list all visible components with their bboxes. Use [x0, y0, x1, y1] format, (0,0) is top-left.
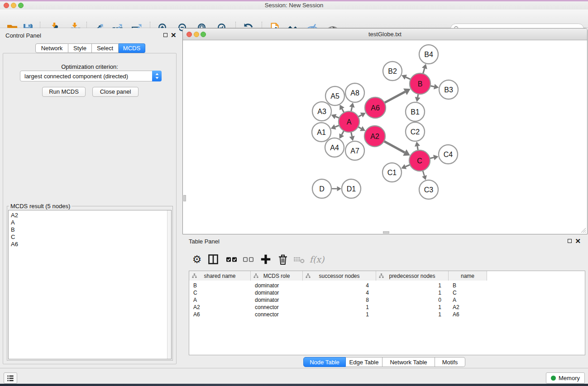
network-graph-canvas[interactable]: B4B2BB3A8A5A6B1A3AA1C2A2A4A7C4CC1C3DD1	[183, 40, 587, 234]
graph-node-label: C4	[444, 151, 453, 158]
edge-B-B3	[430, 86, 435, 87]
desktop-background-bottom	[0, 384, 588, 386]
app-title: Session: New Session	[0, 1, 588, 10]
graph-node-label: B1	[411, 108, 420, 116]
mcds-result-item[interactable]: A6	[9, 241, 167, 248]
tab-node-table[interactable]: Node Table	[303, 357, 346, 367]
table-row[interactable]: Bdominator41B	[189, 282, 585, 289]
graph-node-label: A3	[317, 108, 326, 115]
mcds-result-item[interactable]: A	[9, 219, 167, 226]
deselect-all-icon[interactable]	[242, 253, 255, 266]
arrowhead-icon	[349, 103, 355, 108]
columns-icon[interactable]	[207, 253, 220, 266]
close-table-panel-icon[interactable]: ✕	[575, 238, 581, 244]
table-cell: connector	[251, 311, 303, 318]
network-window-title: testGlobe.txt	[183, 29, 587, 40]
graph-node-label: D	[319, 185, 325, 193]
column-header-shared-name[interactable]: shared name	[189, 271, 251, 281]
mcds-result-box: MCDS result (5 nodes) A2ABCA6	[7, 206, 173, 361]
node-table-header: shared nameMCDS rolesuccessor nodesprede…	[189, 271, 487, 281]
task-history-button[interactable]	[4, 372, 17, 384]
table-cell: 4	[303, 282, 376, 289]
graph-node-label: A7	[350, 147, 359, 155]
list-icon	[6, 374, 15, 383]
tab-mcds[interactable]: MCDS	[119, 43, 145, 53]
mcds-result-scrollbar[interactable]	[167, 210, 171, 359]
edge-C-C3	[423, 171, 425, 176]
graph-node-label: B2	[388, 67, 397, 75]
tab-motifs[interactable]: Motifs	[435, 357, 465, 367]
mcds-tab-content: Optimization criterion: largest connecte…	[3, 53, 177, 364]
graph-node-label: C3	[424, 186, 434, 194]
tab-network-table[interactable]: Network Table	[382, 357, 435, 367]
table-cell: dominator	[251, 296, 303, 304]
gear-icon[interactable]: ⚙	[191, 253, 203, 266]
table-cell: 0	[376, 296, 449, 304]
run-mcds-button[interactable]: Run MCDS	[42, 87, 86, 97]
resize-grip-icon[interactable]	[580, 227, 586, 233]
arrowhead-icon	[422, 64, 427, 69]
edge-A2-C	[384, 141, 405, 152]
dropdown-stepper-icon[interactable]	[152, 71, 162, 81]
table-panel-title: Table Panel	[189, 238, 220, 245]
graph-node-label: A4	[330, 144, 339, 152]
column-header-label: shared name	[204, 273, 235, 279]
graph-node-label: D1	[347, 185, 356, 193]
float-panel-icon[interactable]	[163, 33, 167, 37]
mcds-result-item[interactable]: B	[9, 226, 167, 234]
table-cell: 8	[303, 296, 376, 304]
mcds-result-item[interactable]: A2	[9, 212, 167, 219]
dropdown-value: largest connected component (directed)	[24, 71, 128, 82]
tab-style[interactable]: Style	[68, 43, 92, 53]
close-panel-button[interactable]: Close panel	[92, 87, 139, 97]
tab-network[interactable]: Network	[35, 43, 68, 53]
graph-node-label: A6	[371, 104, 380, 112]
table-cell: 4	[303, 289, 376, 296]
arrowhead-icon	[434, 84, 439, 89]
table-cell: 1	[303, 311, 376, 318]
column-header-label: MCDS role	[263, 273, 290, 279]
column-header-MCDS-role[interactable]: MCDS role	[251, 271, 303, 281]
plus-icon[interactable]	[259, 253, 272, 266]
table-row[interactable]: A6connector11A6	[189, 311, 585, 318]
vertical-scroll-thumb[interactable]	[183, 195, 186, 201]
table-cell: C	[449, 289, 487, 296]
table-cell: connector	[251, 304, 303, 311]
node-table-rows: Bdominator41BCdominator41CAdominator80AA…	[189, 282, 585, 318]
tab-select[interactable]: Select	[92, 43, 119, 53]
table-row[interactable]: Adominator80A	[189, 296, 585, 304]
graph-node-label: A8	[350, 89, 359, 97]
network-window-titlebar: testGlobe.txt	[183, 29, 587, 40]
mcds-result-item[interactable]: C	[9, 234, 167, 241]
memory-status-icon	[551, 376, 556, 381]
close-panel-icon[interactable]: ✕	[171, 33, 177, 38]
memory-button[interactable]: Memory	[546, 372, 585, 384]
arrowhead-icon	[337, 186, 341, 191]
select-all-icon[interactable]	[225, 253, 238, 266]
column-header-name[interactable]: name	[449, 271, 487, 281]
table-cell: 1	[376, 282, 449, 289]
column-header-label: successor nodes	[319, 273, 359, 279]
table-cell: 1	[376, 311, 449, 318]
column-header-label: name	[461, 273, 474, 279]
tab-edge-table[interactable]: Edge Table	[346, 357, 382, 367]
column-header-successor-nodes[interactable]: successor nodes	[303, 271, 376, 281]
float-table-panel-icon[interactable]	[568, 239, 572, 243]
table-row[interactable]: A2connector11A2	[189, 304, 585, 311]
optimization-criterion-dropdown[interactable]: largest connected component (directed)	[20, 71, 162, 81]
graph-node-label: A5	[330, 92, 339, 100]
horizontal-scroll-thumb[interactable]	[383, 231, 389, 234]
table-cell: A2	[449, 304, 487, 311]
table-row[interactable]: Cdominator41C	[189, 289, 585, 296]
arrowhead-icon	[433, 155, 439, 160]
arrowhead-icon	[349, 136, 355, 141]
control-panel-title: Control Panel	[5, 32, 41, 39]
status-bar: Memory	[0, 368, 588, 384]
edge-C-C2	[417, 146, 418, 150]
table-cell: 1	[376, 289, 449, 296]
delete-column-icon	[293, 253, 306, 266]
mcds-result-list[interactable]: A2ABCA6	[8, 210, 172, 359]
memory-label: Memory	[559, 375, 580, 381]
column-header-predecessor-nodes[interactable]: predecessor nodes	[376, 271, 449, 281]
trash-icon[interactable]	[277, 253, 289, 266]
